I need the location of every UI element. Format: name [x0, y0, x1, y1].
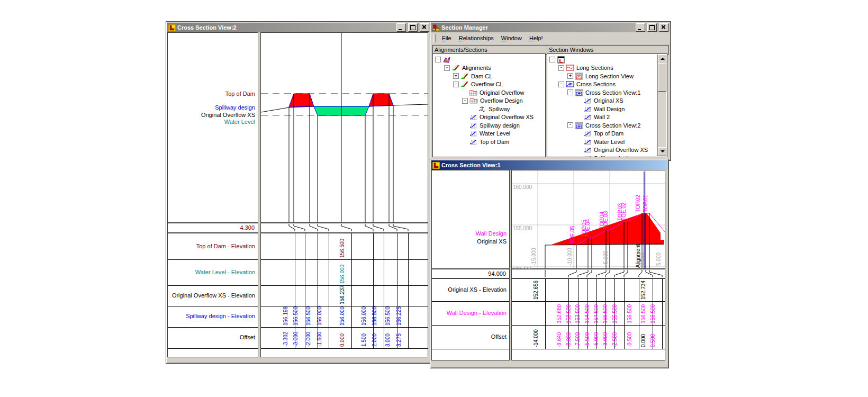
menu-item-window[interactable]: Window: [498, 34, 526, 42]
tree-item-water-level[interactable]: Water Level: [462, 130, 510, 138]
tree-item-long-sections[interactable]: -Long Sections: [558, 64, 613, 72]
value-offset: -0.500: [627, 332, 632, 347]
table-column-line: [624, 279, 625, 349]
tree-item-spillway-design[interactable]: Spillway design: [462, 121, 520, 129]
csv1-body: Wall DesignOriginal XS 160.000155.000150…: [431, 170, 667, 367]
table-column-line: [295, 233, 295, 348]
csv1-band-label: 94.000: [431, 269, 510, 278]
menu-item-file[interactable]: File: [438, 34, 455, 42]
tree-item-cross-section-view-1[interactable]: -Cross Section View:1: [567, 88, 640, 96]
collapse-toggle[interactable]: -: [462, 98, 468, 104]
collapse-toggle[interactable]: -: [567, 89, 573, 95]
row-separator: [261, 348, 428, 349]
tree-item-overflow-design[interactable]: -Overflow Design: [462, 97, 523, 105]
point-label-top-01: TOP.01: [643, 195, 648, 212]
value-spill: 156.500: [372, 306, 377, 326]
window-section-manager[interactable]: Section Manager FileRelationshipsWindowH…: [430, 21, 671, 161]
tree-item-wall-2[interactable]: Wall 2: [576, 113, 610, 121]
xs-line-icon: [469, 138, 478, 146]
row-separator: [168, 259, 258, 260]
window-cross-section-view-1[interactable]: Cross Section View:1 Wall DesignOriginal…: [430, 159, 669, 368]
maximize-button[interactable]: [408, 23, 418, 32]
scrollbar-thumb[interactable]: [658, 63, 666, 92]
row-separator: [168, 348, 258, 349]
point-label-toe-05: TOE.05: [569, 226, 575, 244]
collapse-toggle[interactable]: -: [558, 65, 564, 71]
expand-toggle[interactable]: +: [453, 73, 459, 79]
titlebar[interactable]: Section Manager: [431, 23, 670, 32]
point-label-toe-03: TOE.03: [603, 211, 609, 229]
value-spill: 156.000: [339, 306, 345, 326]
tree-item-top-of-dam[interactable]: Top of Dam: [576, 130, 623, 138]
tree-item-original-overflow[interactable]: Original Overflow: [462, 88, 524, 96]
value-spill: 156.225: [396, 306, 402, 326]
table-column-line: [384, 233, 384, 348]
expand-toggle[interactable]: +: [567, 73, 573, 79]
tree-item-label: Cross Section View:2: [585, 122, 640, 129]
value-offset: -9.640: [556, 332, 562, 347]
tree-item-spillway-design[interactable]: Spillway design: [576, 154, 634, 157]
collapse-toggle[interactable]: -: [549, 57, 555, 62]
csv1-band-hooks: [511, 269, 665, 278]
tree-item-water-level[interactable]: Water Level: [576, 138, 625, 146]
row-label-offset: Offset: [240, 334, 255, 340]
tree-item-spillway[interactable]: Spillway: [471, 105, 510, 113]
tree-item-root[interactable]: -: [549, 56, 567, 64]
maximize-button[interactable]: [647, 23, 657, 32]
window-cross-section-view-2[interactable]: Cross Section View:2 Top of DamSpillway …: [166, 21, 432, 364]
csv1-plot-pane[interactable]: 160.000155.000150.000-15.000-10.000-5.00…: [511, 170, 665, 269]
value-top: 156.500: [339, 239, 345, 258]
close-button[interactable]: [659, 23, 668, 32]
section-windows-tree[interactable]: --Long Sections+Long Section View-Cross …: [547, 53, 667, 157]
alignments-sections-tree[interactable]: --Alignments+Dam CL-Overflow CLOriginal …: [432, 53, 546, 157]
tree-item-original-xs[interactable]: Original XS: [576, 97, 623, 105]
scroll-up-button[interactable]: [658, 55, 666, 64]
scrollbar[interactable]: [657, 55, 666, 156]
tree-item-cross-sections[interactable]: -Cross Sections: [558, 80, 616, 88]
csv1-table-pane[interactable]: 152.656-14.000152.680-9.640153.500-8.000…: [511, 278, 665, 360]
collapse-toggle[interactable]: -: [453, 82, 459, 87]
scroll-down-button[interactable]: [658, 147, 666, 156]
close-button[interactable]: [420, 23, 429, 32]
minimize-button[interactable]: [396, 23, 406, 32]
tree-item-original-overflow-xs[interactable]: Original Overflow XS: [462, 113, 534, 121]
menu-item-help[interactable]: Help!: [526, 34, 547, 42]
window-title: Cross Section View:1: [441, 162, 666, 168]
tree-item-top-of-dam[interactable]: Top of Dam: [462, 138, 509, 146]
minimize-button[interactable]: [636, 23, 645, 32]
tree-item-long-section-view[interactable]: +Long Section View: [567, 72, 634, 80]
tree-item-overflow-cl[interactable]: -Overflow CL: [453, 80, 503, 88]
plot-label-original-xs: Original XS: [477, 238, 507, 245]
value-wall: 153.500: [566, 304, 572, 323]
csv2-plot-pane[interactable]: [260, 32, 428, 223]
tree-item-root[interactable]: -: [435, 56, 453, 64]
collapse-toggle[interactable]: -: [435, 57, 441, 62]
collapse-toggle[interactable]: -: [567, 122, 573, 128]
plot-label-water-level: Water Level: [224, 119, 255, 125]
chainage-value: 4.300: [240, 224, 255, 231]
csv2-band-label: 4.300: [167, 223, 258, 233]
section-manager-body: FileRelationshipsWindowHelp! Alignments/…: [431, 32, 670, 159]
value-offset: -3.302: [283, 332, 288, 347]
menu-grip[interactable]: [433, 34, 436, 42]
xs-line-icon: [469, 130, 478, 137]
row-label-wall-design-elevation: Wall Design - Elevation: [447, 310, 507, 316]
tree-item-alignments[interactable]: -Alignments: [444, 64, 491, 72]
elevation-grid-label: 160.000: [513, 184, 532, 190]
xs-line-icon: [583, 113, 593, 121]
tree-item-original-overflow-xs[interactable]: Original Overflow XS: [576, 146, 648, 154]
menu-item-relationships[interactable]: Relationships: [455, 34, 498, 42]
collapse-toggle[interactable]: -: [444, 65, 450, 71]
xs-line-icon: [469, 122, 478, 129]
collapse-toggle[interactable]: -: [558, 82, 564, 87]
value-offset: -3.000: [293, 332, 299, 347]
tree-item-wall-design[interactable]: Wall Design: [576, 105, 625, 113]
tree-item-cross-section-view-2[interactable]: -Cross Section View:2: [567, 121, 640, 129]
table-column-line: [373, 233, 374, 348]
csv2-table-pane[interactable]: 156.198-3.302156.500-3.000156.500-2.0001…: [260, 233, 428, 357]
titlebar[interactable]: Cross Section View:2: [167, 23, 430, 32]
table-column-line: [329, 233, 329, 348]
section-model-icon: [469, 97, 479, 104]
titlebar[interactable]: Cross Section View:1: [431, 160, 667, 170]
tree-item-dam-cl[interactable]: +Dam CL: [453, 72, 492, 80]
